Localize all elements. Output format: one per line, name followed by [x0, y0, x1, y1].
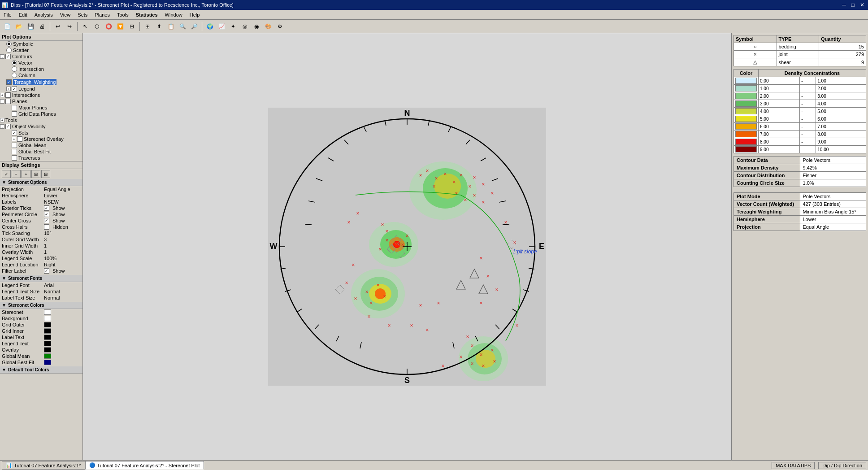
sc-legend-text-color[interactable]	[44, 341, 51, 346]
radio-vector[interactable]	[12, 60, 17, 65]
titlebar-controls[interactable]: ─ □ ✕	[840, 2, 866, 8]
tb-save[interactable]: 💾	[25, 21, 36, 32]
menu-planes[interactable]: Planes	[91, 11, 113, 18]
menu-window[interactable]: Window	[161, 11, 186, 18]
tree-legend[interactable]: + ✓ Legend	[0, 86, 82, 92]
tb-contour[interactable]: ◎	[239, 21, 250, 32]
ds-plus-btn[interactable]: +	[22, 170, 30, 178]
cb-filter-label[interactable]: ✓	[44, 268, 49, 274]
tb-grid[interactable]: ⊞	[142, 21, 153, 32]
tb-open[interactable]: 📂	[13, 21, 24, 32]
radio-scatter[interactable]	[6, 48, 12, 53]
tb-globe[interactable]: 🌍	[204, 21, 215, 32]
menu-sets[interactable]: Sets	[74, 11, 91, 18]
radio-symbolic[interactable]	[6, 41, 12, 47]
radio-column[interactable]	[12, 73, 17, 78]
sc-stereonet-color[interactable]	[44, 309, 51, 315]
tree-global-best-fit[interactable]: Global Best Fit	[0, 148, 82, 155]
tree-sets[interactable]: ✓ Sets	[0, 130, 82, 136]
cb-global-best-fit[interactable]	[12, 149, 17, 154]
sc-global-mean-color[interactable]	[44, 353, 51, 359]
tree-intersection[interactable]: Intersection	[0, 66, 82, 72]
tb-redo[interactable]: ↪	[64, 21, 75, 32]
ds-collapse-btn[interactable]: ⊟	[41, 170, 50, 178]
cb-grid-data-planes[interactable]	[12, 111, 17, 117]
tb-filter[interactable]: 🔽	[115, 21, 126, 32]
tree-object-visibility[interactable]: - ✓ Object Visibility	[0, 123, 82, 130]
tb-filter2[interactable]: ⊟	[126, 21, 137, 32]
tb-undo[interactable]: ↩	[52, 21, 63, 32]
cb-center-cross[interactable]: ✓	[44, 218, 49, 223]
tree-scatter[interactable]: Scatter	[0, 47, 82, 53]
tree-contours[interactable]: - ✓ Contours	[0, 53, 82, 60]
cb-traverses[interactable]	[12, 155, 17, 161]
tb-density[interactable]: ◉	[251, 21, 262, 32]
cb-contours[interactable]: ✓	[5, 54, 11, 59]
tb-zoom-in[interactable]: 🔍	[177, 21, 188, 32]
sc-grid-inner-color[interactable]	[44, 328, 51, 334]
cb-legend[interactable]: ✓	[12, 86, 17, 91]
tree-tools[interactable]: + Tools	[0, 117, 82, 123]
cb-exterior-ticks[interactable]: ✓	[44, 205, 49, 211]
max-datatips-btn[interactable]: MAX DATATIPS	[772, 462, 815, 469]
close-btn[interactable]: ✕	[858, 2, 866, 8]
cb-planes[interactable]	[5, 99, 11, 104]
tree-vector[interactable]: Vector	[0, 60, 82, 66]
ds-minus-btn[interactable]: −	[12, 170, 21, 178]
tree-major-planes[interactable]: Major Planes	[0, 104, 82, 111]
tb-new[interactable]: 📄	[2, 21, 13, 32]
sc-global-best-fit-color[interactable]	[44, 360, 51, 365]
tree-column[interactable]: Column	[0, 72, 82, 78]
expand-intersections[interactable]: +	[0, 93, 4, 97]
statusbar-tab1[interactable]: 📊 Tutorial 07 Feature Analysis:1°	[2, 461, 85, 470]
cb-major-planes[interactable]	[12, 105, 17, 110]
radio-intersection[interactable]	[12, 66, 17, 72]
expand-legend[interactable]: +	[6, 87, 11, 91]
tree-planes[interactable]: - Planes	[0, 98, 82, 104]
cb-intersections[interactable]	[5, 92, 11, 98]
tb-select[interactable]: ↖	[80, 21, 91, 32]
tree-grid-data-planes[interactable]: Grid Data Planes	[0, 111, 82, 117]
tree-stereonet-overlay[interactable]: + Stereonet Overlay	[0, 136, 82, 142]
expand-object-visibility[interactable]: -	[0, 124, 4, 129]
menu-file[interactable]: File	[0, 11, 15, 18]
cb-cross-hairs[interactable]	[44, 224, 49, 230]
tb-settings[interactable]: ⚙	[274, 21, 285, 32]
expand-contours[interactable]: -	[0, 54, 4, 59]
maximize-btn[interactable]: □	[850, 2, 856, 8]
menu-view[interactable]: View	[56, 11, 74, 18]
sc-background-color[interactable]	[44, 316, 51, 321]
tree-symbolic[interactable]: Symbolic	[0, 41, 82, 47]
cb-object-visibility[interactable]: ✓	[5, 124, 11, 129]
tb-circle[interactable]: ⭕	[103, 21, 114, 32]
tb-export[interactable]: ⬆	[154, 21, 165, 32]
sc-overlay-color[interactable]	[44, 347, 51, 352]
menu-edit[interactable]: Edit	[15, 11, 31, 18]
tb-chart[interactable]: 📈	[216, 21, 227, 32]
cb-global-mean[interactable]	[12, 143, 17, 148]
cb-stereonet-overlay[interactable]	[17, 136, 22, 142]
tree-traverses[interactable]: Traverses	[0, 155, 82, 161]
expand-planes[interactable]: -	[0, 99, 4, 104]
tb-polygon[interactable]: ⬡	[91, 21, 102, 32]
menu-help[interactable]: Help	[186, 11, 204, 18]
tb-print[interactable]: 🖨	[37, 21, 48, 32]
sc-label-text-color[interactable]	[44, 335, 51, 340]
tb-color[interactable]: 🎨	[263, 21, 273, 32]
tb-scatter[interactable]: ✦	[228, 21, 239, 32]
menu-tools[interactable]: Tools	[113, 11, 132, 18]
expand-tools[interactable]: +	[0, 118, 4, 122]
cb-sets[interactable]: ✓	[12, 130, 17, 135]
ds-check-btn[interactable]: ✓	[2, 170, 11, 178]
tb-copy[interactable]: 📋	[165, 21, 176, 32]
tb-zoom-out[interactable]: 🔎	[189, 21, 200, 32]
tree-terzaghi[interactable]: ✓ Terzaghi Weighting	[0, 78, 82, 86]
dip-direction-btn[interactable]: Dip / Dip Direction	[818, 462, 866, 469]
menu-analysis[interactable]: Analysis	[31, 11, 56, 18]
minimize-btn[interactable]: ─	[840, 2, 848, 8]
ds-expand-btn[interactable]: ⊞	[31, 170, 40, 178]
tree-intersections[interactable]: + Intersections	[0, 92, 82, 98]
expand-stereonet-overlay[interactable]: +	[12, 137, 16, 141]
cb-terzaghi[interactable]: ✓	[6, 79, 12, 85]
sc-grid-outer-color[interactable]	[44, 322, 51, 327]
